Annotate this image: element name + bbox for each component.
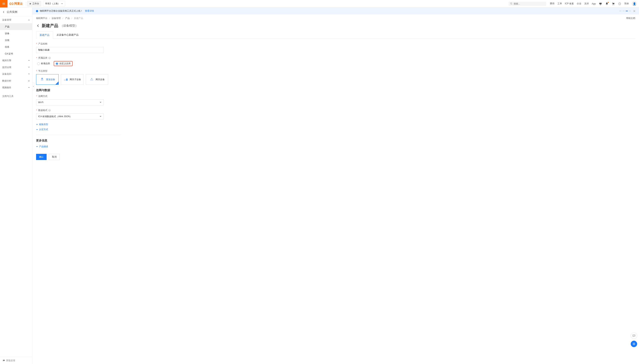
svg-rect-13 [633, 344, 634, 345]
svg-point-8 [633, 336, 633, 336]
cancel-button[interactable]: 取消 [49, 154, 60, 160]
gateway-icon [89, 77, 94, 82]
chevron-down-icon [36, 146, 38, 148]
expander-auth-type[interactable]: 认证方式 [36, 128, 121, 131]
sidebar-item-device[interactable]: 设备 [0, 30, 32, 37]
svg-rect-5 [64, 80, 66, 81]
avatar[interactable]: 👤 [632, 1, 637, 6]
chevron-down-icon [28, 66, 30, 68]
arrow-left-icon [2, 11, 5, 13]
svg-rect-6 [66, 78, 68, 80]
header-links: 费用 工单 ICP 备案 企业 支持 App ? 简体 👤 [550, 1, 637, 6]
sidebar-collapse-toggle[interactable] [32, 83, 35, 90]
search-icon [510, 2, 512, 5]
group-monitor[interactable]: 监控运维 [0, 64, 32, 70]
close-icon[interactable] [633, 10, 635, 12]
announcement-banner: i 物联网平台迁移企业版实例工具正式上线！ 查看详情 [32, 8, 639, 14]
sidebar-item-task[interactable]: 任务 [0, 44, 32, 50]
data-format-select[interactable]: ICA 标准数据格式（Alink JSON） [36, 114, 104, 120]
sidebar-item-group[interactable]: 分组 [0, 37, 32, 44]
nav-enterprise[interactable]: 企业 [577, 2, 581, 5]
group-partition[interactable]: 设备划归 [0, 70, 32, 78]
radio-standard-category[interactable]: 标准品类 [36, 61, 51, 66]
banner-text: 物联网平台迁移企业版实例工具正式上线！ [40, 10, 83, 12]
chevron-left-icon [33, 86, 34, 87]
instance-label: 公共实例 [7, 10, 17, 14]
banner-pagination[interactable] [619, 11, 631, 11]
direct-device-icon [40, 77, 45, 82]
expander-verify-type[interactable]: 校验类型 [36, 123, 121, 126]
group-device-mgmt[interactable]: 设备管理 [0, 16, 32, 23]
cart-icon[interactable] [611, 2, 615, 6]
apps-icon [632, 342, 635, 346]
help-icon[interactable]: ? [618, 2, 621, 6]
chevron-down-icon [36, 124, 38, 126]
float-apps-button[interactable] [631, 341, 637, 347]
brand-logo[interactable]: 阿里云 [8, 2, 25, 6]
bell-icon[interactable] [605, 2, 608, 6]
nav-fee[interactable]: 费用 [550, 2, 554, 5]
search-input[interactable] [514, 2, 545, 5]
chevron-down-icon [28, 73, 30, 75]
node-card-gateway[interactable]: 网关设备 [86, 74, 108, 85]
chevron-down-icon [100, 101, 102, 104]
workbench-button[interactable]: 工作台 [27, 1, 41, 6]
help-icon[interactable]: ? [48, 109, 51, 112]
nav-support[interactable]: 支持 [584, 2, 589, 5]
external-link-icon [28, 80, 30, 82]
tab-from-device-center[interactable]: 从设备中心新建产品 [53, 31, 82, 39]
nav-ticket[interactable]: 工单 [557, 2, 562, 5]
node-card-subdevice[interactable]: 网关子设备 [61, 74, 84, 85]
screen-icon[interactable] [599, 2, 602, 6]
product-name-label: 产品名称 [38, 42, 47, 46]
sidebar-item-product[interactable]: 产品 [0, 23, 32, 30]
instance-back[interactable]: 公共实例 [0, 8, 32, 16]
svg-rect-12 [634, 343, 635, 344]
sidebar-item-ca[interactable]: CA 证书 [0, 50, 32, 57]
region-select[interactable]: 华东2（上海） [43, 1, 65, 6]
page-subtitle: （设备模型） [60, 24, 78, 28]
svg-rect-14 [634, 344, 635, 345]
chevron-down-icon [28, 86, 30, 88]
help-docs-link[interactable]: 帮助文档 [626, 17, 635, 20]
crumb-product[interactable]: 产品 [65, 17, 70, 20]
section-more-title: 更多信息 [36, 139, 635, 142]
chevron-down-icon [100, 115, 102, 118]
data-format-label: 数据格式 [38, 109, 47, 112]
radio-custom-category[interactable]: 自定义品类 [54, 61, 73, 66]
aliyun-icon [10, 2, 14, 5]
group-video[interactable]: 视频服务 [0, 84, 32, 91]
network-select[interactable]: Wi-Fi [36, 99, 104, 105]
sidebar-feedback[interactable]: 新版反馈 [0, 357, 32, 364]
subdevice-icon [63, 77, 68, 82]
expander-product-desc[interactable]: 产品描述 [36, 145, 635, 148]
region-value: 华东2（上海） [45, 2, 60, 5]
group-rule-engine[interactable]: 规则引擎 [0, 57, 32, 64]
tab-new-product[interactable]: 新建产品 [36, 31, 53, 39]
group-data-analysis[interactable]: 数据分析 [0, 78, 32, 84]
help-icon[interactable]: ? [48, 57, 51, 59]
lang-switch[interactable]: 简体 [624, 2, 629, 5]
category-label: 所属品类 [38, 56, 47, 60]
info-icon: i [36, 10, 38, 12]
confirm-button[interactable]: 确认 [36, 154, 47, 160]
page-title: 新建产品 [42, 23, 58, 28]
group-docs[interactable]: 文档与工具 [0, 93, 32, 100]
crumb-iot[interactable]: 物联网平台 [36, 17, 47, 20]
hamburger-icon [2, 2, 6, 6]
search-box[interactable] [508, 2, 546, 6]
chat-icon [632, 334, 635, 337]
nav-icp[interactable]: ICP 备案 [565, 2, 574, 5]
brand-text: 阿里云 [14, 2, 23, 6]
float-chat-button[interactable] [631, 332, 637, 339]
node-card-direct[interactable]: 直连设备 [36, 74, 59, 85]
hamburger-menu[interactable] [0, 0, 8, 8]
network-label: 连网方式 [38, 95, 47, 98]
banner-link[interactable]: 查看详情 [85, 10, 94, 12]
product-name-input[interactable] [36, 47, 104, 53]
divider [26, 2, 26, 6]
crumb-device-mgmt[interactable]: 设备管理 [52, 17, 61, 20]
top-header: 阿里云 工作台 华东2（上海） 费用 工单 ICP 备案 企业 支持 App ?… [0, 0, 639, 8]
nav-app[interactable]: App [592, 2, 596, 5]
back-button[interactable] [36, 24, 40, 28]
